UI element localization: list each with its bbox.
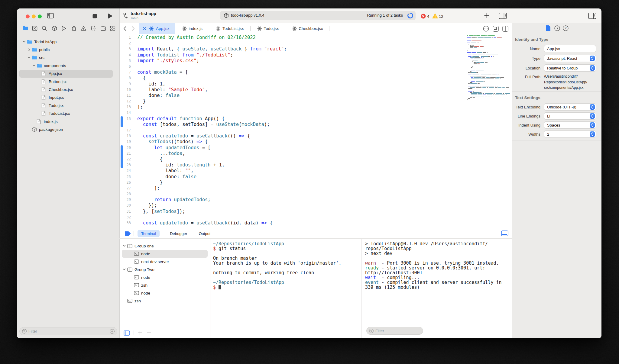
sidebar-filter-input[interactable]: Filter xyxy=(19,327,117,335)
terminal-output-right[interactable]: > TodoListApp@0.1.0 dev /Users/austincon… xyxy=(365,241,509,290)
tree-item-Todo.jsx[interactable]: Todo.jsx xyxy=(17,101,119,109)
close-tab-icon[interactable] xyxy=(143,27,147,31)
code-editor[interactable]: 1234567891011121314151718192021222324252… xyxy=(119,34,512,229)
toggle-bottom-panel-icon[interactable] xyxy=(501,230,508,236)
minimap[interactable] xyxy=(467,35,510,111)
tree-item-src[interactable]: src xyxy=(17,54,119,62)
file-icon xyxy=(41,103,49,108)
tab-App.jsx[interactable]: App.jsx xyxy=(139,23,175,34)
bottom-tab-Debugger[interactable]: Debugger xyxy=(166,230,191,237)
run-button[interactable] xyxy=(108,13,113,19)
react-file-icon xyxy=(257,26,262,31)
tree-item-label: TodoListApp xyxy=(34,40,57,44)
terminal-output-left[interactable]: ~/Repositories/TodoListApp$ git statusOn… xyxy=(213,241,358,290)
stop-button[interactable] xyxy=(92,14,97,18)
minimize-button[interactable] xyxy=(32,14,36,18)
chevron-down-icon[interactable] xyxy=(22,40,27,43)
editor-tabs: App.jsxindex.jsTodoList.jsxTodo.jsxCheck… xyxy=(139,23,329,34)
project-folder-icon[interactable] xyxy=(22,26,28,31)
terminal-line: $ git status xyxy=(213,246,358,251)
tab-Todo.jsx[interactable]: Todo.jsx xyxy=(251,23,285,34)
grid-icon[interactable] xyxy=(110,26,116,31)
tree-item-TodoList.jsx[interactable]: TodoList.jsx xyxy=(17,110,119,118)
tree-item-Checkbox.jsx[interactable]: Checkbox.jsx xyxy=(17,85,119,93)
tree-item-label: TodoList.jsx xyxy=(49,111,70,116)
tree-item-public[interactable]: public xyxy=(17,46,119,53)
run-icon[interactable] xyxy=(61,26,67,31)
terminal-icon xyxy=(127,299,134,303)
chevron-down-icon[interactable] xyxy=(122,268,127,271)
lineendings-label: Line Endings xyxy=(512,114,540,118)
warning-badge-icon[interactable] xyxy=(432,13,438,19)
issues-icon[interactable] xyxy=(81,26,86,31)
bottom-tab-Output[interactable]: Output xyxy=(195,230,214,237)
bug-icon[interactable] xyxy=(71,26,77,31)
tree-item-package.json[interactable]: package.json xyxy=(17,125,119,133)
tree-item-TodoListApp[interactable]: TodoListApp xyxy=(17,38,119,46)
error-badge-icon[interactable] xyxy=(421,14,426,19)
remove-terminal-icon[interactable] xyxy=(147,330,151,335)
swap-editor-icon[interactable] xyxy=(493,26,499,32)
terminal-item-Group one[interactable]: Group one xyxy=(119,242,210,250)
tree-item-components[interactable]: components xyxy=(17,62,119,69)
terminal-item-next dev server[interactable]: next dev server xyxy=(119,258,210,266)
tab-index.js[interactable]: index.js xyxy=(175,23,209,34)
lineendings-dropdown[interactable]: LF xyxy=(544,112,596,120)
name-field[interactable]: App.jsx xyxy=(544,45,596,52)
close-button[interactable] xyxy=(26,14,30,18)
tree-item-App.jsx[interactable]: App.jsx xyxy=(17,70,119,78)
terminal-item-zsh[interactable]: zsh xyxy=(119,281,210,289)
terminal-filter-placeholder: Filter xyxy=(375,329,384,333)
tab-Checkbox.jsx[interactable]: Checkbox.jsx xyxy=(285,23,329,34)
tree-item-Button.jsx[interactable]: Button.jsx xyxy=(17,78,119,85)
chevron-down-icon[interactable] xyxy=(27,56,32,60)
split-view-icon[interactable] xyxy=(502,26,508,32)
package-icon[interactable] xyxy=(52,26,57,31)
back-icon[interactable] xyxy=(123,26,127,31)
tree-item-Input.jsx[interactable]: Input.jsx xyxy=(17,94,119,101)
tab-TodoList.jsx[interactable]: TodoList.jsx xyxy=(209,23,250,34)
terminal-filter-input[interactable]: Filter xyxy=(366,327,423,335)
location-dropdown[interactable]: Relative to Group xyxy=(544,64,596,72)
package-icon xyxy=(32,127,39,132)
terminal-line: event - compiled client and server succe… xyxy=(365,280,509,285)
terminal-item-Group Two[interactable]: Group Two xyxy=(119,266,210,273)
chevron-down-icon[interactable] xyxy=(122,244,127,248)
indent-dropdown[interactable]: Spaces xyxy=(544,121,596,129)
react-file-icon xyxy=(216,26,221,31)
terminal-item-node[interactable]: node xyxy=(119,250,210,258)
zoom-button[interactable] xyxy=(38,14,42,18)
add-tab-icon[interactable] xyxy=(484,13,490,18)
more-options-icon[interactable] xyxy=(483,26,489,32)
forward-icon[interactable] xyxy=(131,26,135,31)
tree-item-index.js[interactable]: index.js xyxy=(17,118,119,125)
terminal-item-node[interactable]: node xyxy=(119,273,210,281)
terminal-item-zsh[interactable]: zsh xyxy=(119,297,210,305)
code-line: }); xyxy=(137,203,512,208)
toggle-inspector-icon[interactable] xyxy=(588,13,596,19)
file-icon xyxy=(37,119,44,124)
type-dropdown[interactable]: Javascript: React xyxy=(544,55,596,62)
toggle-groups-sidebar-icon[interactable] xyxy=(124,330,130,336)
symbols-icon[interactable] xyxy=(90,26,96,31)
warning-count: 12 xyxy=(439,14,443,19)
terminal-line xyxy=(365,256,509,261)
bottom-tab-Terminal[interactable]: Terminal xyxy=(138,230,160,237)
extensions-icon[interactable] xyxy=(100,26,106,31)
tree-item-label: Input.jsx xyxy=(49,95,64,100)
source-control-icon[interactable] xyxy=(32,26,38,31)
react-file-icon xyxy=(182,26,187,31)
terminal-item-node[interactable]: node xyxy=(119,289,210,297)
chevron-down-icon[interactable] xyxy=(32,64,37,67)
widths-stepper[interactable]: 2 xyxy=(544,130,596,138)
tag-icon[interactable] xyxy=(124,231,131,236)
terminal-line xyxy=(213,275,358,280)
chevron-right-icon[interactable] xyxy=(27,48,32,52)
encoding-dropdown[interactable]: Unicode (UTF-8) xyxy=(544,103,596,111)
code-line: done: false xyxy=(137,93,512,98)
toggle-sidebar-icon[interactable] xyxy=(47,13,54,18)
editor-split-panel-icon[interactable] xyxy=(499,13,507,19)
add-terminal-icon[interactable] xyxy=(138,330,142,335)
name-label: Name xyxy=(512,47,540,51)
search-icon[interactable] xyxy=(42,26,47,31)
